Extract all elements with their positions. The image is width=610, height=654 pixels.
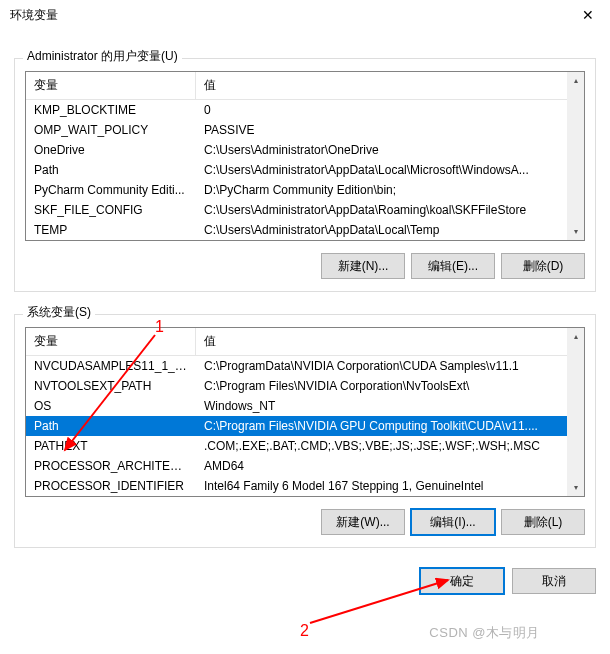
var-name-cell: NVTOOLSEXT_PATH bbox=[26, 376, 196, 396]
var-name-cell: PROCESSOR_IDENTIFIER bbox=[26, 476, 196, 496]
var-value-cell: C:\ProgramData\NVIDIA Corporation\CUDA S… bbox=[196, 356, 584, 376]
var-name-cell: NVCUDASAMPLES11_1_R... bbox=[26, 356, 196, 376]
var-value-cell: C:\Users\Administrator\AppData\Local\Mic… bbox=[196, 160, 584, 180]
var-value-cell: C:\Program Files\NVIDIA GPU Computing To… bbox=[196, 416, 584, 436]
sys-edit-button[interactable]: 编辑(I)... bbox=[411, 509, 495, 535]
header-variable-col[interactable]: 变量 bbox=[26, 72, 196, 99]
var-name-cell: PROCESSOR_ARCHITECT... bbox=[26, 456, 196, 476]
table-row[interactable]: PyCharm Community Editi...D:\PyCharm Com… bbox=[26, 180, 584, 200]
var-value-cell: PASSIVE bbox=[196, 120, 584, 140]
ok-button[interactable]: 确定 bbox=[420, 568, 504, 594]
var-value-cell: C:\Users\Administrator\AppData\Roaming\k… bbox=[196, 200, 584, 220]
var-name-cell: OneDrive bbox=[26, 140, 196, 160]
close-icon: ✕ bbox=[582, 7, 594, 23]
table-row[interactable]: TEMPC:\Users\Administrator\AppData\Local… bbox=[26, 220, 584, 240]
scrollbar[interactable]: ▴ ▾ bbox=[567, 72, 584, 240]
table-row[interactable]: OMP_WAIT_POLICYPASSIVE bbox=[26, 120, 584, 140]
sys-new-button[interactable]: 新建(W)... bbox=[321, 509, 405, 535]
var-name-cell: OS bbox=[26, 396, 196, 416]
annotation-2: 2 bbox=[300, 622, 309, 640]
dialog-footer: 确定 取消 bbox=[0, 556, 610, 602]
table-row[interactable]: PathC:\Program Files\NVIDIA GPU Computin… bbox=[26, 416, 584, 436]
var-value-cell: AMD64 bbox=[196, 456, 584, 476]
scroll-up-icon[interactable]: ▴ bbox=[567, 328, 584, 345]
var-name-cell: KMP_BLOCKTIME bbox=[26, 100, 196, 120]
cancel-button[interactable]: 取消 bbox=[512, 568, 596, 594]
var-name-cell: SKF_FILE_CONFIG bbox=[26, 200, 196, 220]
header-variable-col[interactable]: 变量 bbox=[26, 328, 196, 355]
var-name-cell: PyCharm Community Editi... bbox=[26, 180, 196, 200]
table-row[interactable]: PathC:\Users\Administrator\AppData\Local… bbox=[26, 160, 584, 180]
sys-delete-button[interactable]: 删除(L) bbox=[501, 509, 585, 535]
var-value-cell: .COM;.EXE;.BAT;.CMD;.VBS;.VBE;.JS;.JSE;.… bbox=[196, 436, 584, 456]
close-button[interactable]: ✕ bbox=[566, 0, 610, 30]
system-variables-title: 系统变量(S) bbox=[23, 304, 95, 321]
table-header: 变量 值 bbox=[26, 72, 584, 100]
var-value-cell: Windows_NT bbox=[196, 396, 584, 416]
table-row[interactable]: OneDriveC:\Users\Administrator\OneDrive bbox=[26, 140, 584, 160]
system-variables-table[interactable]: 变量 值 NVCUDASAMPLES11_1_R...C:\ProgramDat… bbox=[25, 327, 585, 497]
window-title: 环境变量 bbox=[10, 7, 566, 24]
table-row[interactable]: PROCESSOR_IDENTIFIERIntel64 Family 6 Mod… bbox=[26, 476, 584, 496]
var-value-cell: C:\Program Files\NVIDIA Corporation\NvTo… bbox=[196, 376, 584, 396]
var-name-cell: Path bbox=[26, 416, 196, 436]
var-value-cell: Intel64 Family 6 Model 167 Stepping 1, G… bbox=[196, 476, 584, 496]
system-variables-group: 系统变量(S) 变量 值 NVCUDASAMPLES11_1_R...C:\Pr… bbox=[14, 314, 596, 548]
var-name-cell: PATHEXT bbox=[26, 436, 196, 456]
var-value-cell: D:\PyCharm Community Edition\bin; bbox=[196, 180, 584, 200]
user-delete-button[interactable]: 删除(D) bbox=[501, 253, 585, 279]
table-row[interactable]: NVTOOLSEXT_PATHC:\Program Files\NVIDIA C… bbox=[26, 376, 584, 396]
table-row[interactable]: PROCESSOR_ARCHITECT...AMD64 bbox=[26, 456, 584, 476]
user-edit-button[interactable]: 编辑(E)... bbox=[411, 253, 495, 279]
user-variables-table[interactable]: 变量 值 KMP_BLOCKTIME0OMP_WAIT_POLICYPASSIV… bbox=[25, 71, 585, 241]
var-value-cell: C:\Users\Administrator\AppData\Local\Tem… bbox=[196, 220, 584, 240]
scroll-down-icon[interactable]: ▾ bbox=[567, 223, 584, 240]
var-name-cell: TEMP bbox=[26, 220, 196, 240]
table-row[interactable]: OSWindows_NT bbox=[26, 396, 584, 416]
var-value-cell: 0 bbox=[196, 100, 584, 120]
table-row[interactable]: NVCUDASAMPLES11_1_R...C:\ProgramData\NVI… bbox=[26, 356, 584, 376]
title-bar: 环境变量 ✕ bbox=[0, 0, 610, 30]
scroll-down-icon[interactable]: ▾ bbox=[567, 479, 584, 496]
var-value-cell: C:\Users\Administrator\OneDrive bbox=[196, 140, 584, 160]
user-variables-group: Administrator 的用户变量(U) 变量 值 KMP_BLOCKTIM… bbox=[14, 58, 596, 292]
table-row[interactable]: SKF_FILE_CONFIGC:\Users\Administrator\Ap… bbox=[26, 200, 584, 220]
user-new-button[interactable]: 新建(N)... bbox=[321, 253, 405, 279]
watermark: CSDN @木与明月 bbox=[429, 624, 540, 642]
header-value-col[interactable]: 值 bbox=[196, 72, 584, 99]
table-row[interactable]: KMP_BLOCKTIME0 bbox=[26, 100, 584, 120]
scroll-up-icon[interactable]: ▴ bbox=[567, 72, 584, 89]
table-row[interactable]: PATHEXT.COM;.EXE;.BAT;.CMD;.VBS;.VBE;.JS… bbox=[26, 436, 584, 456]
var-name-cell: Path bbox=[26, 160, 196, 180]
scrollbar[interactable]: ▴ ▾ bbox=[567, 328, 584, 496]
var-name-cell: OMP_WAIT_POLICY bbox=[26, 120, 196, 140]
table-header: 变量 值 bbox=[26, 328, 584, 356]
header-value-col[interactable]: 值 bbox=[196, 328, 584, 355]
user-variables-title: Administrator 的用户变量(U) bbox=[23, 48, 182, 65]
